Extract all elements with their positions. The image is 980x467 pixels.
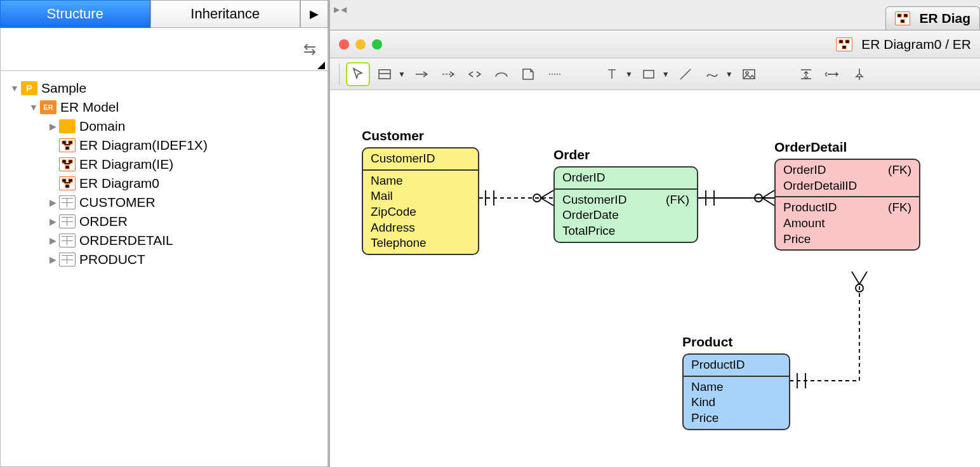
- text-tool-dropdown[interactable]: ▼: [625, 70, 633, 79]
- table-icon: [59, 195, 76, 209]
- svg-rect-12: [839, 40, 843, 43]
- svg-rect-14: [842, 46, 846, 49]
- select-tool[interactable]: [347, 63, 369, 85]
- maximize-window-icon[interactable]: [372, 39, 382, 49]
- tree-label: CUSTOMER: [79, 195, 156, 210]
- collapse-corner-icon[interactable]: [317, 62, 325, 69]
- tree-label: Domain: [79, 119, 125, 134]
- svg-rect-3: [62, 160, 66, 163]
- tree-label: ORDER: [79, 214, 128, 229]
- diagram-icon: [895, 11, 910, 25]
- toggle-icon[interactable]: ▶: [46, 216, 59, 227]
- toggle-icon[interactable]: ▶: [46, 254, 59, 265]
- diagram-icon: [59, 176, 76, 190]
- tree-label: ER Model: [60, 100, 119, 115]
- svg-rect-10: [904, 14, 908, 17]
- document-tabbar: ▶◀ ER Diag: [330, 0, 980, 30]
- entity-title-customer: Customer: [362, 128, 424, 143]
- entity-tool-dropdown[interactable]: ▼: [398, 70, 406, 79]
- svg-rect-2: [65, 147, 69, 150]
- svg-rect-4: [69, 160, 72, 163]
- tree-label: ER Diagram(IDEF1X): [79, 138, 208, 153]
- tree-domain[interactable]: ▶ Domain: [6, 117, 322, 136]
- tab-inheritance[interactable]: Inheritance: [150, 0, 301, 28]
- note-tool[interactable]: [517, 63, 539, 85]
- tree-table-product[interactable]: ▶ PRODUCT: [6, 250, 322, 269]
- svg-rect-11: [901, 20, 904, 23]
- minimize-window-icon[interactable]: [355, 39, 366, 49]
- tree-label: ER Diagram(IE): [79, 157, 173, 172]
- line-tool[interactable]: [675, 63, 696, 85]
- tree-root[interactable]: ▼ P Sample: [6, 79, 322, 98]
- many-many-tool[interactable]: [464, 63, 486, 85]
- dotted-tool[interactable]: [544, 63, 566, 85]
- entity-order[interactable]: OrderID CustomerID(FK) OrderDate TotalPr…: [553, 166, 698, 243]
- entity-orderdetail[interactable]: OrderID(FK) OrderDetailID ProductID(FK) …: [774, 159, 920, 251]
- freehand-tool[interactable]: [701, 63, 723, 85]
- doc-tab-label: ER Diag: [919, 11, 970, 26]
- svg-rect-9: [897, 14, 901, 17]
- folder-icon: [59, 119, 76, 133]
- toggle-icon[interactable]: ▼: [8, 83, 21, 93]
- tree-label: ORDERDETAIL: [79, 233, 173, 248]
- structure-tree: ▼ P Sample ▼ ER ER Model ▶ Domain ER Dia…: [0, 71, 328, 467]
- doc-tab-er-diagram[interactable]: ER Diag: [885, 6, 980, 30]
- tab-dropdown[interactable]: ▶: [300, 0, 328, 28]
- tree-er-model[interactable]: ▼ ER ER Model: [6, 98, 322, 117]
- entity-title-orderdetail: OrderDetail: [774, 140, 847, 155]
- svg-rect-20: [644, 70, 654, 78]
- table-icon: [59, 214, 76, 228]
- svg-point-39: [856, 284, 863, 292]
- entity-product[interactable]: ProductID Name Kind Price: [682, 353, 790, 430]
- identifying-relation-tool[interactable]: [411, 63, 432, 85]
- svg-rect-0: [62, 141, 66, 144]
- text-tool[interactable]: [601, 63, 623, 85]
- svg-rect-7: [69, 179, 72, 182]
- entity-tool[interactable]: [374, 63, 395, 85]
- toggle-icon[interactable]: ▼: [27, 102, 40, 112]
- diagram-toolbar: ▼ ▼ ▼ ▼: [330, 58, 980, 90]
- svg-point-34: [755, 194, 762, 202]
- svg-rect-8: [65, 185, 69, 188]
- swap-icon[interactable]: ⇆: [303, 41, 316, 58]
- svg-point-23: [746, 72, 748, 74]
- panel-header: ⇆: [0, 28, 328, 71]
- pin-tool[interactable]: [849, 63, 870, 85]
- tree-table-customer[interactable]: ▶ CUSTOMER: [6, 193, 322, 212]
- editor-area: ▶◀ ER Diag ER Diagram0 / ER ▼: [330, 0, 980, 467]
- svg-line-21: [680, 69, 691, 79]
- project-icon: P: [21, 81, 37, 95]
- entity-customer[interactable]: CustomerID Name Mail ZipCode Address Tel…: [362, 147, 479, 255]
- entity-title-order: Order: [553, 147, 590, 162]
- svg-point-30: [533, 194, 541, 202]
- svg-rect-5: [65, 166, 69, 169]
- er-model-icon: ER: [40, 100, 56, 114]
- diagram-canvas[interactable]: Customer CustomerID Name Mail ZipCode Ad…: [330, 90, 980, 467]
- diagram-icon: [59, 138, 76, 152]
- subtype-tool[interactable]: [491, 63, 512, 85]
- align-vertical-tool[interactable]: [795, 63, 817, 85]
- svg-rect-15: [379, 70, 390, 79]
- freehand-tool-dropdown[interactable]: ▼: [725, 70, 733, 79]
- rectangle-tool-dropdown[interactable]: ▼: [662, 70, 670, 79]
- toggle-icon[interactable]: ▶: [46, 121, 59, 131]
- table-icon: [59, 253, 76, 266]
- rectangle-tool[interactable]: [638, 63, 659, 85]
- nonidentifying-relation-tool[interactable]: [437, 63, 459, 85]
- tab-structure[interactable]: Structure: [0, 0, 150, 28]
- diagram-icon: [59, 157, 76, 171]
- tree-table-orderdetail[interactable]: ▶ ORDERDETAIL: [6, 231, 322, 250]
- align-horizontal-tool[interactable]: [822, 63, 844, 85]
- tree-diagram-ie[interactable]: ER Diagram(IE): [6, 155, 322, 174]
- toggle-icon[interactable]: ▶: [46, 235, 59, 246]
- tree-diagram0[interactable]: ER Diagram0: [6, 174, 322, 193]
- entity-title-product: Product: [682, 334, 732, 350]
- svg-rect-6: [62, 179, 66, 182]
- expand-icon[interactable]: ▶◀: [334, 5, 347, 14]
- tree-table-order[interactable]: ▶ ORDER: [6, 212, 322, 231]
- image-tool[interactable]: [738, 63, 760, 85]
- toggle-icon[interactable]: ▶: [46, 197, 59, 207]
- tree-diagram-idef1x[interactable]: ER Diagram(IDEF1X): [6, 136, 322, 155]
- close-window-icon[interactable]: [339, 39, 349, 49]
- tree-label: PRODUCT: [79, 252, 145, 267]
